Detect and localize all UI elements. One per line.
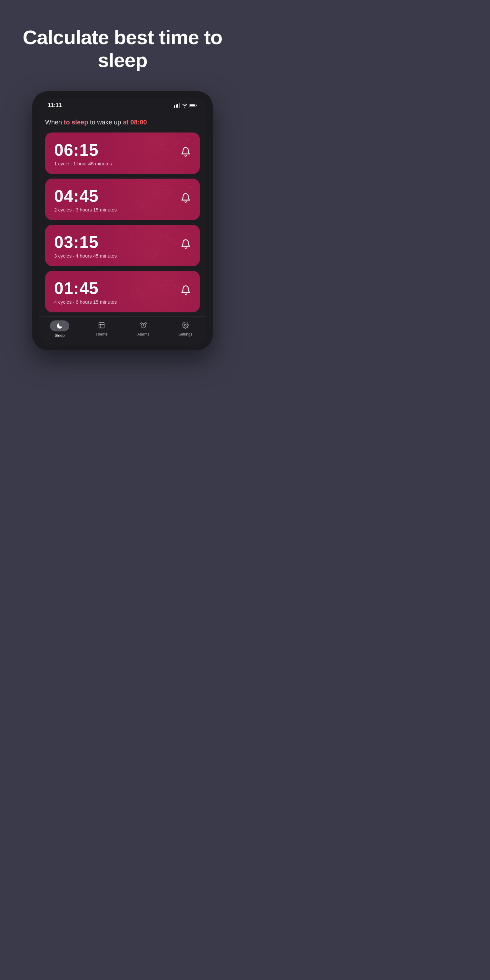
- nav-label-theme: Theme: [95, 332, 107, 337]
- theme-icon: [98, 322, 105, 329]
- phone-content: When to sleep to wake up at 08:00: [39, 111, 206, 316]
- nav-item-settings[interactable]: Settings: [164, 320, 206, 338]
- nav-item-theme[interactable]: Theme: [81, 320, 123, 338]
- nav-theme-icon-wrap: [94, 320, 109, 330]
- card-cycles-2: 2 cycles · 3 hours 15 minutes: [54, 207, 191, 212]
- signal-icon: [174, 103, 180, 108]
- nav-item-sleep[interactable]: Sleep: [39, 320, 81, 338]
- svg-point-15: [193, 151, 194, 153]
- svg-rect-36: [99, 322, 105, 328]
- svg-rect-3: [179, 103, 180, 108]
- battery-icon: [189, 103, 197, 108]
- sleep-card-3[interactable]: 03:15 3 cycles · 4 hours 45 minutes: [45, 225, 200, 266]
- bell-icon-4: [181, 285, 191, 298]
- bell-icon-3: [181, 239, 191, 252]
- card-time-3: 03:15: [54, 232, 191, 252]
- svg-point-23: [150, 212, 151, 214]
- card-time-2: 04:45: [54, 186, 191, 206]
- phone-inner: 11:11: [39, 98, 206, 344]
- status-bar: 11:11: [39, 98, 206, 111]
- nav-label-sleep: Sleep: [55, 333, 65, 338]
- hero-title: Calculate best time to sleep: [0, 0, 245, 85]
- nav-item-alarms[interactable]: Alarms: [123, 320, 164, 338]
- sleep-card-1[interactable]: 06:15 1 cycle · 1 hour 45 minutes: [45, 132, 200, 174]
- sleep-card-4[interactable]: 01:45 4 cycles · 6 hours 15 minutes: [45, 271, 200, 312]
- svg-point-30: [187, 229, 189, 231]
- sleep-cards-list: 06:15 1 cycle · 1 hour 45 minutes: [45, 132, 200, 316]
- nav-label-alarms: Alarms: [137, 332, 149, 337]
- status-time: 11:11: [48, 102, 62, 109]
- subtitle-highlight-time: at 08:00: [123, 119, 147, 126]
- nav-alarms-icon-wrap: [136, 320, 151, 330]
- svg-point-38: [185, 324, 186, 326]
- svg-rect-5: [190, 105, 195, 107]
- nav-settings-icon-wrap: [178, 320, 192, 330]
- bottom-nav: Sleep Theme: [39, 316, 206, 344]
- subtitle-middle: to wake up: [90, 119, 123, 126]
- status-icons: [174, 103, 197, 108]
- card-time-4: 01:45: [54, 278, 191, 298]
- settings-icon: [182, 322, 189, 329]
- subtitle-highlight-sleep: to sleep: [64, 119, 88, 126]
- header-subtitle: When to sleep to wake up at 08:00: [45, 118, 200, 127]
- phone-mockup: 11:11: [32, 91, 213, 350]
- subtitle-prefix: When: [45, 119, 64, 126]
- sleep-card-2[interactable]: 04:45 2 cycles · 3 hours 15 minutes: [45, 178, 200, 220]
- bell-icon-1: [181, 147, 191, 159]
- bell-icon-2: [181, 193, 191, 206]
- nav-sleep-icon-wrap: [50, 320, 69, 331]
- svg-point-14: [150, 138, 151, 140]
- card-time-1: 06:15: [54, 140, 191, 159]
- card-cycles-4: 4 cycles · 6 hours 15 minutes: [54, 299, 191, 305]
- svg-rect-1: [176, 105, 177, 108]
- svg-rect-0: [174, 105, 175, 108]
- svg-rect-6: [196, 105, 197, 106]
- nav-label-settings: Settings: [178, 332, 192, 337]
- moon-icon: [56, 322, 63, 329]
- card-cycles-3: 3 cycles · 4 hours 45 minutes: [54, 253, 191, 259]
- wifi-icon: [182, 103, 188, 108]
- alarm-icon: [140, 322, 147, 329]
- svg-rect-2: [177, 104, 178, 108]
- card-cycles-1: 1 cycle · 1 hour 45 minutes: [54, 161, 191, 166]
